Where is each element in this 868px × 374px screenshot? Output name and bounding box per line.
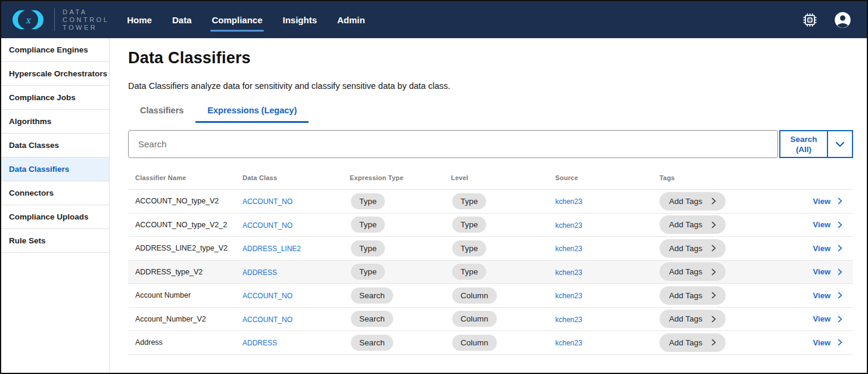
delphix-logo-icon: x [10,7,46,32]
nav-item-compliance[interactable]: Compliance [211,11,262,29]
tab-classifiers[interactable]: Classifiers [128,100,195,123]
sidebar: Compliance Engines Hyperscale Orchestrat… [1,38,110,373]
chevron-right-icon[interactable] [838,292,842,299]
source-link[interactable]: kchen23 [555,316,582,324]
chevron-down-icon [835,141,845,147]
classifier-name: ACCOUNT_NO_type_V2_2 [128,221,242,229]
data-class-link[interactable]: ADDRESS [242,339,277,347]
expression-type-chip: Type [351,217,385,233]
sidebar-item-label: Algorithms [9,117,51,126]
chevron-right-icon [711,197,716,205]
column-header-classifier-name: Classifier Name [128,174,242,181]
data-class-link[interactable]: ACCOUNT_NO [242,197,293,206]
search-options-dropdown[interactable] [828,131,852,157]
view-link[interactable]: View [813,244,830,253]
sidebar-item-compliance-engines[interactable]: Compliance Engines [1,38,109,62]
sidebar-item-data-classifiers[interactable]: Data Classifiers [1,157,109,181]
chevron-right-icon [711,339,716,346]
search-input[interactable] [128,130,778,158]
classifier-name: ADDRESS_LINE2_type_V2 [128,244,242,252]
chevron-right-icon[interactable] [838,316,842,323]
nav-item-home[interactable]: Home [127,11,152,29]
chevron-right-icon [711,245,716,252]
tab-expressions-legacy[interactable]: Expressions (Legacy) [195,100,309,123]
nav-utilities [802,11,851,29]
data-class-link[interactable]: ACCOUNT_NO [242,221,293,230]
data-class-link[interactable]: ACCOUNT_NO [242,316,293,324]
chevron-right-icon[interactable] [838,245,842,252]
view-link[interactable]: View [813,291,830,300]
add-tags-label: Add Tags [669,220,702,229]
source-link[interactable]: kchen23 [555,339,582,347]
source-link[interactable]: kchen23 [555,292,582,300]
sidebar-item-algorithms[interactable]: Algorithms [1,110,109,134]
add-tags-button[interactable]: Add Tags [659,239,726,258]
sidebar-item-label: Hyperscale Orchestrators [9,69,107,78]
chevron-right-icon [711,221,716,228]
chevron-right-icon[interactable] [838,339,842,346]
chevron-right-icon[interactable] [838,221,842,228]
sidebar-item-data-classes[interactable]: Data Classes [1,134,109,157]
search-all-button[interactable]: Search (All) [780,131,828,157]
sidebar-item-hyperscale-orchestrators[interactable]: Hyperscale Orchestrators [1,62,109,86]
table-row: Account Number ACCOUNT_NO Search Column … [128,284,853,308]
sidebar-item-compliance-uploads[interactable]: Compliance Uploads [1,205,109,229]
data-class-link[interactable]: ADDRESS [242,268,277,277]
nav-item-admin[interactable]: Admin [337,11,365,29]
level-chip: Column [452,335,497,351]
sidebar-item-rule-sets[interactable]: Rule Sets [1,229,109,253]
sidebar-item-label: Compliance Engines [9,45,88,54]
data-class-link[interactable]: ACCOUNT_NO [242,292,293,300]
api-chip-icon[interactable] [802,13,817,27]
sidebar-item-label: Compliance Jobs [9,93,76,102]
level-chip: Type [452,264,486,280]
sidebar-item-compliance-jobs[interactable]: Compliance Jobs [1,86,109,110]
add-tags-button[interactable]: Add Tags [659,262,726,281]
app-window: x DATA CONTROL TOWER Home Data Complianc… [0,0,868,374]
chevron-right-icon[interactable] [838,268,842,276]
view-link[interactable]: View [813,338,830,347]
chevron-right-icon [711,268,716,276]
main-content: Data Classifiers Data Classifiers analyz… [110,38,867,373]
view-link[interactable]: View [813,314,830,323]
chevron-right-icon[interactable] [838,197,842,205]
level-chip: Column [452,311,497,327]
account-icon[interactable] [834,11,851,29]
add-tags-button[interactable]: Add Tags [659,192,726,211]
source-link[interactable]: kchen23 [555,245,582,253]
brand: x DATA CONTROL TOWER [10,7,109,32]
view-link[interactable]: View [813,197,830,206]
expression-type-chip: Type [351,193,385,209]
expression-type-chip: Search [351,335,393,351]
view-link[interactable]: View [813,220,830,229]
view-link[interactable]: View [813,267,830,276]
add-tags-button[interactable]: Add Tags [659,215,726,234]
brand-divider [54,8,55,31]
sidebar-item-label: Compliance Uploads [9,212,89,221]
source-link[interactable]: kchen23 [555,221,582,230]
expression-type-chip: Search [351,311,393,327]
level-chip: Type [452,217,486,233]
sidebar-item-connectors[interactable]: Connectors [1,181,109,205]
data-class-link[interactable]: ADDRESS_LINE2 [242,245,301,253]
nav-item-insights[interactable]: Insights [283,11,318,29]
table-row: ACCOUNT_NO_type_V2 ACCOUNT_NO Type Type … [128,190,853,214]
sidebar-item-label: Rule Sets [9,236,46,245]
add-tags-button[interactable]: Add Tags [659,310,726,328]
top-navbar: x DATA CONTROL TOWER Home Data Complianc… [1,1,867,38]
table-header: Classifier Name Data Class Expression Ty… [128,174,853,190]
column-header-level: Level [451,174,555,181]
table-row: Address ADDRESS Search Column kchen23 Ad… [128,331,853,355]
add-tags-button[interactable]: Add Tags [659,333,726,352]
column-header-expression-type: Expression Type [350,174,451,181]
add-tags-label: Add Tags [669,338,702,347]
level-chip: Type [452,240,486,256]
nav-item-data[interactable]: Data [172,11,192,29]
table-row: Account_Number_V2 ACCOUNT_NO Search Colu… [128,308,853,332]
search-bar: Search (All) [128,130,853,158]
primary-nav: Home Data Compliance Insights Admin [127,11,365,29]
add-tags-button[interactable]: Add Tags [659,286,726,305]
source-link[interactable]: kchen23 [555,268,582,277]
sidebar-item-label: Data Classifiers [9,165,69,174]
source-link[interactable]: kchen23 [555,197,582,206]
